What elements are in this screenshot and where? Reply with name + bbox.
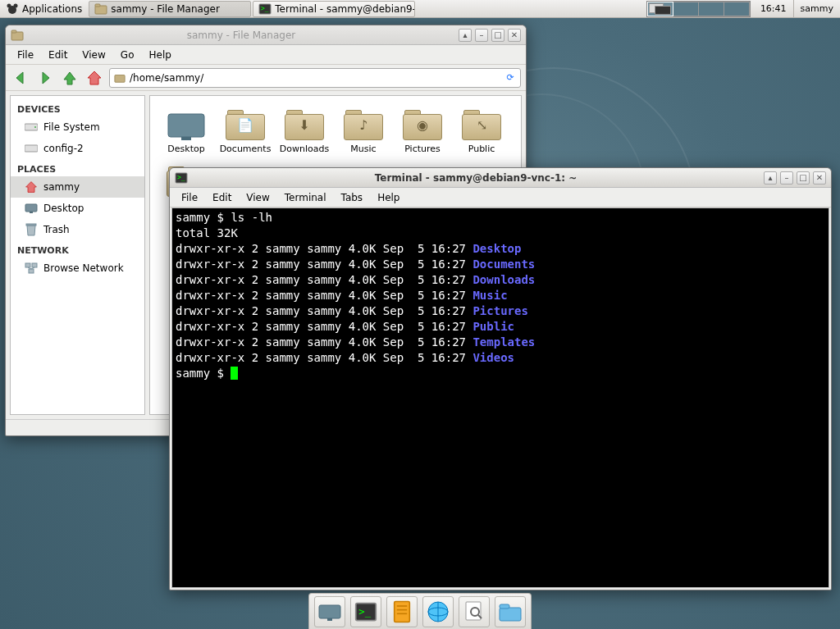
svg-rect-31 — [397, 608, 407, 610]
dock-home-folder[interactable] — [495, 596, 526, 627]
svg-rect-15 — [26, 224, 36, 226]
folder-label: Pictures — [404, 144, 441, 154]
svg-rect-9 — [115, 75, 125, 82]
dock-file-manager[interactable] — [386, 596, 418, 627]
dock-terminal[interactable]: >_ — [350, 596, 381, 627]
taskbar-item-terminal[interactable]: >_ Terminal - sammy@debian9-vnc... — [253, 1, 415, 17]
folder-documents[interactable]: 📄 Documents — [217, 104, 273, 157]
folder-pictures[interactable]: ◉ Pictures — [395, 104, 450, 157]
workspace-3[interactable] — [699, 2, 724, 16]
menu-edit[interactable]: Edit — [42, 47, 74, 63]
workspace-switcher[interactable] — [646, 1, 751, 17]
svg-point-1 — [7, 3, 11, 7]
menu-help[interactable]: Help — [371, 189, 406, 206]
menu-view[interactable]: View — [240, 189, 276, 206]
folder-label: Public — [468, 144, 495, 154]
svg-text:>_: >_ — [177, 174, 185, 181]
close-button[interactable]: ✕ — [813, 171, 826, 185]
dock-web-browser[interactable] — [422, 596, 454, 627]
applications-menu-label: Applications — [22, 3, 82, 15]
menu-file[interactable]: File — [11, 47, 40, 63]
svg-rect-29 — [395, 601, 410, 622]
folder-icon — [113, 71, 126, 84]
dock-show-desktop[interactable] — [314, 596, 345, 627]
shade-button[interactable]: ▴ — [459, 29, 472, 42]
menu-file[interactable]: File — [175, 189, 204, 206]
menu-view[interactable]: View — [75, 47, 112, 63]
workspace-2[interactable] — [673, 2, 698, 16]
terminal-icon: >_ — [175, 171, 188, 185]
sidebar-item-config2[interactable]: config-2 — [11, 138, 144, 159]
menu-edit[interactable]: Edit — [206, 189, 238, 206]
folder-desktop[interactable]: Desktop — [158, 104, 214, 157]
desktop-folder-icon — [167, 107, 206, 140]
folder-icon: ♪ — [344, 107, 383, 140]
svg-rect-30 — [397, 605, 407, 607]
folder-music[interactable]: ♪ Music — [336, 104, 391, 157]
folder-label: Desktop — [167, 144, 204, 154]
file-manager-title: sammy - File Manager — [27, 30, 455, 41]
folder-icon: 📄 — [226, 107, 265, 140]
clock[interactable]: 16:41 — [754, 3, 793, 14]
sidebar-item-label: Trash — [43, 224, 70, 235]
sidebar-item-home[interactable]: sammy — [11, 176, 144, 198]
svg-rect-26 — [327, 618, 332, 621]
close-button[interactable]: ✕ — [508, 29, 521, 42]
nav-up-button[interactable] — [60, 68, 80, 88]
folder-downloads[interactable]: ⬇ Downloads — [276, 104, 332, 157]
home-icon — [24, 180, 39, 194]
maximize-button[interactable]: □ — [491, 29, 504, 42]
svg-rect-40 — [500, 604, 509, 608]
sidebar-item-desktop[interactable]: Desktop — [11, 198, 144, 219]
svg-rect-39 — [500, 608, 521, 621]
terminal-titlebar[interactable]: >_ Terminal - sammy@debian9-vnc-1: ~ ▴ –… — [170, 168, 831, 188]
nav-home-button[interactable] — [84, 68, 104, 88]
sidebar-item-trash[interactable]: Trash — [11, 219, 144, 240]
trash-icon — [24, 222, 39, 237]
terminal-content[interactable]: sammy $ ls -lh total 32K drwxr-xr-x 2 sa… — [171, 207, 829, 588]
dock-find[interactable] — [459, 596, 490, 627]
applications-menu[interactable]: Applications — [0, 1, 88, 17]
workspace-4[interactable] — [724, 2, 749, 16]
desktop-icon — [24, 201, 39, 216]
shade-button[interactable]: ▴ — [764, 171, 777, 185]
menu-help[interactable]: Help — [142, 47, 177, 63]
folder-label: Documents — [220, 144, 272, 154]
svg-rect-12 — [25, 145, 38, 152]
menu-go[interactable]: Go — [114, 47, 141, 63]
refresh-icon[interactable]: ⟳ — [504, 71, 517, 84]
nav-forward-button[interactable] — [35, 68, 55, 88]
sidebar-header-network: NETWORK — [11, 240, 144, 258]
file-manager-toolbar: ⟳ — [6, 65, 526, 91]
nav-back-button[interactable] — [11, 68, 30, 88]
user-menu[interactable]: sammy — [793, 0, 840, 17]
folder-public[interactable]: ⤡ Public — [454, 104, 509, 157]
location-bar[interactable]: ⟳ — [109, 68, 521, 88]
sidebar-header-places: PLACES — [11, 159, 144, 176]
menu-terminal[interactable]: Terminal — [278, 189, 333, 206]
sidebar-item-browse-network[interactable]: Browse Network — [11, 258, 144, 279]
sidebar-header-devices: DEVICES — [11, 99, 144, 116]
taskbar-item-file-manager[interactable]: sammy - File Manager — [89, 1, 251, 17]
file-manager-titlebar[interactable]: sammy - File Manager ▴ – □ ✕ — [6, 25, 526, 45]
network-icon — [24, 261, 39, 276]
sidebar-item-label: sammy — [43, 181, 80, 193]
maximize-button[interactable]: □ — [797, 171, 810, 185]
file-manager-menubar: File Edit View Go Help — [6, 45, 526, 65]
workspace-1[interactable] — [648, 2, 673, 16]
terminal-title: Terminal - sammy@debian9-vnc-1: ~ — [191, 172, 760, 184]
menu-tabs[interactable]: Tabs — [335, 189, 370, 206]
sidebar-item-label: config-2 — [43, 143, 84, 154]
sidebar-item-label: Desktop — [43, 203, 84, 214]
sidebar-item-filesystem[interactable]: File System — [11, 116, 144, 138]
location-input[interactable] — [130, 72, 500, 84]
minimize-button[interactable]: – — [780, 171, 793, 185]
sidebar: DEVICES File System config-2 PLACES samm… — [10, 95, 145, 415]
terminal-icon: >_ — [258, 2, 272, 16]
svg-rect-25 — [319, 605, 340, 618]
minimize-button[interactable]: – — [475, 29, 488, 42]
sidebar-item-label: File System — [43, 121, 100, 133]
folder-label: Music — [350, 144, 376, 154]
svg-rect-8 — [11, 30, 16, 33]
top-panel: Applications sammy - File Manager >_ Ter… — [0, 0, 840, 18]
